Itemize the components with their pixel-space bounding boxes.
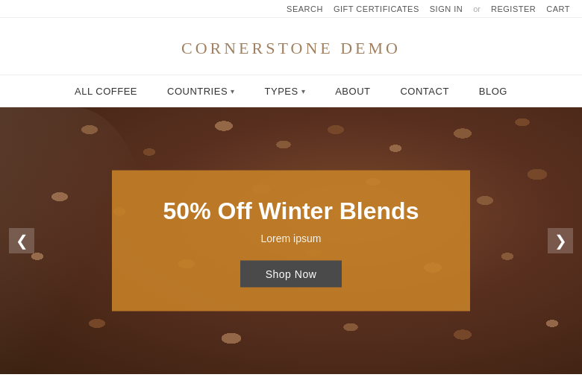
promo-subtitle: Lorem ipsum bbox=[142, 233, 440, 244]
search-link[interactable]: SEARCH bbox=[287, 4, 323, 13]
or-separator: or bbox=[473, 4, 481, 13]
nav-countries[interactable]: COUNTRIES ▾ bbox=[152, 75, 250, 107]
promo-title: 50% Off Winter Blends bbox=[142, 197, 440, 225]
nav-contact[interactable]: CONTACT bbox=[385, 75, 463, 107]
top-bar: SEARCH GIFT CERTIFICATES SIGN IN or REGI… bbox=[0, 0, 582, 18]
shop-now-button[interactable]: Shop Now bbox=[240, 261, 342, 288]
nav-about[interactable]: ABOUT bbox=[320, 75, 385, 107]
nav-blog[interactable]: BLOG bbox=[464, 75, 522, 107]
slider-next-button[interactable]: ❯ bbox=[548, 228, 573, 253]
register-link[interactable]: REGISTER bbox=[491, 4, 536, 13]
slider-prev-button[interactable]: ❮ bbox=[9, 228, 34, 253]
logo-area: CORNERSTONE DEMO bbox=[0, 18, 582, 75]
site-logo[interactable]: CORNERSTONE DEMO bbox=[0, 39, 582, 58]
nav-types[interactable]: TYPES ▾ bbox=[250, 75, 321, 107]
gift-certificates-link[interactable]: GIFT CERTIFICATES bbox=[334, 4, 419, 13]
chevron-down-icon: ▾ bbox=[231, 87, 235, 95]
chevron-down-icon: ▾ bbox=[301, 87, 306, 95]
signin-link[interactable]: SIGN IN bbox=[430, 4, 463, 13]
nav-all-coffee[interactable]: ALL COFFEE bbox=[60, 75, 152, 107]
promo-box: 50% Off Winter Blends Lorem ipsum Shop N… bbox=[112, 171, 470, 312]
cart-link[interactable]: CART bbox=[546, 4, 570, 13]
hero-slider: ❮ 50% Off Winter Blends Lorem ipsum Shop… bbox=[0, 107, 582, 374]
main-nav: ALL COFFEE COUNTRIES ▾ TYPES ▾ ABOUT CON… bbox=[0, 75, 582, 107]
